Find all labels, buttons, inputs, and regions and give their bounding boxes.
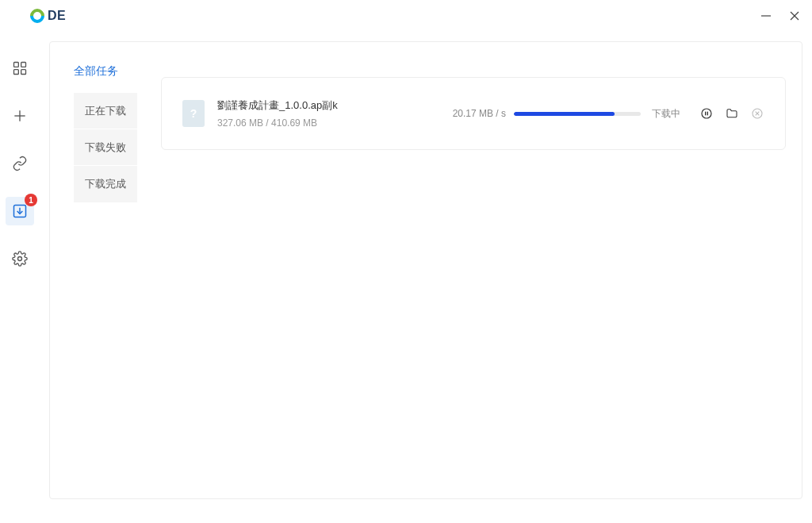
svg-point-10 [18,257,22,261]
open-folder-button[interactable] [725,106,739,121]
nav-rail: 1 [0,32,40,523]
svg-rect-4 [21,63,26,67]
sidebar-title: 全部任务 [74,64,137,79]
logo-ring-icon [27,6,47,25]
download-status: 下载中 [652,107,680,121]
tab-completed[interactable]: 下载完成 [74,166,137,202]
folder-icon [726,107,738,120]
rail-downloads[interactable]: 1 [6,197,34,225]
progress-bar [514,112,641,116]
minimize-button[interactable] [760,10,772,22]
task-actions [699,106,764,121]
close-button[interactable] [788,10,801,22]
file-size: 327.06 MB / 410.69 MB [217,117,400,129]
downloads-badge: 1 [25,194,37,206]
tab-failed[interactable]: 下载失败 [74,129,137,166]
body-area: 1 全部任务 正在下载 下载失败 下载完成 ? 劉謹養成計畫_1.0.0.ap [0,32,812,523]
download-icon [12,203,28,219]
progress-area: 20.17 MB / s 下载中 [412,106,764,121]
rail-link[interactable] [6,149,34,178]
app-logo: DE [30,9,66,23]
app-name: DE [48,9,66,23]
rail-settings[interactable] [6,244,34,273]
link-icon [12,156,28,171]
svg-point-11 [702,109,711,118]
content-panel: 全部任务 正在下载 下载失败 下载完成 ? 劉謹養成計畫_1.0.0.ap副k … [49,41,802,499]
gear-icon [12,251,28,267]
tab-downloading[interactable]: 正在下载 [74,93,137,129]
task-sidebar: 全部任务 正在下载 下载失败 下载完成 [50,42,153,498]
cancel-circle-icon [751,107,764,120]
download-task-row: ? 劉謹養成計畫_1.0.0.ap副k 327.06 MB / 410.69 M… [161,77,786,150]
cancel-button[interactable] [750,106,764,121]
svg-rect-3 [14,63,19,67]
svg-rect-12 [705,112,706,116]
download-speed: 20.17 MB / s [453,108,506,119]
file-meta: 劉謹養成計畫_1.0.0.ap副k 327.06 MB / 410.69 MB [217,98,400,129]
pause-button[interactable] [699,106,714,121]
file-name: 劉謹養成計畫_1.0.0.ap副k [217,98,400,113]
tab-list: 正在下载 下载失败 下载完成 [74,93,137,202]
rail-apps[interactable] [6,54,34,83]
rail-add[interactable] [6,102,34,130]
progress-fill [514,112,615,116]
app-window: DE 1 [0,0,812,523]
main-area: ? 劉謹養成計畫_1.0.0.ap副k 327.06 MB / 410.69 M… [153,42,802,498]
svg-rect-13 [707,112,708,116]
titlebar: DE [0,0,812,32]
svg-rect-5 [14,70,19,75]
window-controls [760,10,801,22]
pause-circle-icon [700,107,713,120]
file-type-icon: ? [182,100,205,127]
plus-icon [12,108,28,124]
svg-rect-6 [21,70,26,75]
apps-icon [12,60,28,76]
